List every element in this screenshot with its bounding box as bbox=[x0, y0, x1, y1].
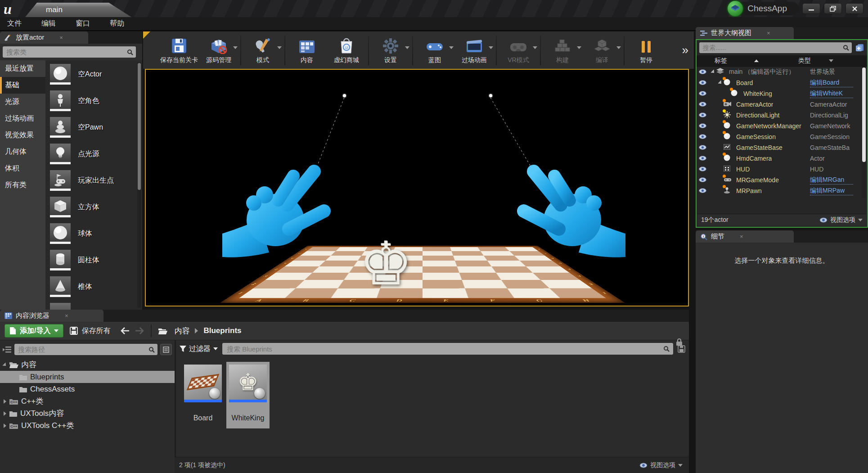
eye-icon[interactable] bbox=[697, 68, 708, 76]
breadcrumb-item[interactable]: 内容 bbox=[174, 326, 189, 336]
chevron-down-icon[interactable] bbox=[616, 46, 621, 49]
column-label[interactable]: 标签 bbox=[715, 57, 727, 65]
expand-arrow-icon[interactable] bbox=[2, 362, 7, 367]
place-category[interactable]: 光源 bbox=[0, 94, 45, 110]
back-arrow-icon[interactable] bbox=[120, 327, 130, 334]
chevron-down-icon[interactable] bbox=[233, 46, 238, 49]
save-search-icon[interactable] bbox=[678, 345, 685, 353]
place-item[interactable]: 立方体 bbox=[50, 197, 142, 217]
assets-view-options[interactable]: 视图选项 bbox=[639, 461, 683, 469]
menu-item-0[interactable]: 文件 bbox=[7, 19, 22, 28]
toolbar-blueprints-button[interactable]: 蓝图 bbox=[415, 33, 454, 68]
eye-icon[interactable] bbox=[697, 112, 708, 119]
eye-icon[interactable] bbox=[697, 90, 708, 97]
menu-item-1[interactable]: 编辑 bbox=[41, 19, 56, 28]
place-item[interactable]: 圆柱体 bbox=[50, 250, 142, 270]
asset-tile[interactable]: Board bbox=[181, 362, 225, 428]
place-search[interactable] bbox=[3, 46, 136, 58]
outliner-row[interactable]: MRPawn编辑MRPaw bbox=[697, 185, 867, 196]
type-filter-icon[interactable] bbox=[829, 59, 833, 62]
tab-content-browser[interactable]: 内容浏览器 × bbox=[0, 310, 103, 322]
outliner-row[interactable]: CameraActorCameraActor bbox=[697, 99, 867, 110]
save-all-button[interactable]: 保存所有 bbox=[70, 326, 110, 336]
close-icon[interactable]: × bbox=[65, 312, 68, 319]
tab-world-outliner[interactable]: 世界大纲视图 × bbox=[696, 27, 794, 39]
column-type[interactable]: 类型 bbox=[798, 57, 811, 65]
place-category[interactable]: 几何体 bbox=[0, 144, 45, 160]
level-tab-main[interactable]: main bbox=[25, 3, 131, 17]
toolbar-compile-button[interactable]: 编译 bbox=[582, 33, 622, 68]
eye-icon[interactable] bbox=[697, 176, 708, 184]
filters-button[interactable]: 过滤器 bbox=[180, 344, 218, 354]
chevron-down-icon[interactable] bbox=[533, 46, 537, 49]
eye-icon[interactable] bbox=[697, 166, 708, 173]
place-item[interactable]: 玩家出生点 bbox=[50, 170, 142, 191]
add-import-button[interactable]: 添加/导入 bbox=[4, 324, 63, 338]
close-icon[interactable]: × bbox=[59, 34, 63, 41]
chevron-down-icon[interactable] bbox=[449, 46, 454, 49]
toolbar-cinematics-button[interactable]: 过场动画 bbox=[454, 33, 494, 68]
outliner-row[interactable]: WhiteKing编辑WhiteK bbox=[697, 88, 867, 99]
chevron-down-icon[interactable] bbox=[489, 46, 493, 49]
edit-blueprint-link[interactable]: 编辑MRGan bbox=[810, 176, 853, 185]
eye-icon[interactable] bbox=[697, 155, 708, 162]
collapse-arrow-icon[interactable] bbox=[4, 423, 6, 428]
close-icon[interactable]: × bbox=[740, 233, 743, 240]
place-item[interactable]: 点光源 bbox=[50, 144, 142, 164]
forward-arrow-icon[interactable] bbox=[135, 327, 144, 334]
asset-search-input[interactable] bbox=[226, 345, 663, 353]
outliner-row[interactable]: main （编辑器中运行）世界场景 bbox=[697, 67, 867, 77]
restore-button[interactable] bbox=[824, 3, 842, 14]
view-list-button[interactable] bbox=[160, 344, 172, 355]
outliner-search[interactable] bbox=[699, 42, 852, 53]
close-icon[interactable]: × bbox=[767, 30, 770, 36]
chevron-down-icon[interactable] bbox=[277, 46, 282, 49]
place-item[interactable]: 空角色 bbox=[50, 90, 142, 111]
place-category[interactable]: 基础 bbox=[0, 77, 45, 94]
tab-place-actors[interactable]: 放置actor × bbox=[0, 32, 88, 44]
chevron-down-icon[interactable] bbox=[405, 46, 409, 49]
folder-tree-item[interactable]: 内容 bbox=[0, 359, 175, 371]
place-category[interactable]: 过场动画 bbox=[0, 110, 45, 127]
breadcrumb-item[interactable]: Blueprints bbox=[203, 326, 241, 335]
eye-icon[interactable] bbox=[697, 144, 708, 151]
outliner-row[interactable]: GameSessionGameSession bbox=[697, 131, 867, 142]
path-search[interactable] bbox=[14, 344, 157, 355]
place-item[interactable]: 空Actor bbox=[50, 64, 142, 85]
outliner-row[interactable]: HUDHUD bbox=[697, 164, 867, 175]
eye-icon[interactable] bbox=[697, 101, 708, 108]
chevron-down-icon[interactable] bbox=[577, 46, 581, 49]
place-item[interactable]: 椎体 bbox=[50, 276, 142, 297]
toolbar-build-button[interactable]: 构建 bbox=[543, 33, 582, 68]
toolbar-settings-button[interactable]: 设置 bbox=[371, 33, 410, 68]
toolbar-overflow-chevron[interactable]: » bbox=[682, 43, 688, 57]
collapse-arrow-icon[interactable] bbox=[4, 411, 6, 416]
place-category[interactable]: 所有类 bbox=[0, 177, 45, 194]
place-item[interactable]: 球体 bbox=[50, 223, 142, 244]
folder-tree-item[interactable]: UXTools内容 bbox=[0, 407, 175, 419]
outliner-row[interactable]: MRGameMode编辑MRGan bbox=[697, 175, 867, 185]
collapse-arrow-icon[interactable] bbox=[4, 399, 6, 404]
outliner-row[interactable]: GameStateBaseGameStateBa bbox=[697, 142, 867, 153]
place-scrollbar[interactable] bbox=[137, 62, 141, 308]
sources-toggle-icon[interactable] bbox=[3, 346, 12, 354]
asset-search[interactable] bbox=[222, 343, 673, 355]
outliner-row[interactable]: GameNetworkManagerGameNetwork bbox=[697, 121, 867, 131]
edit-blueprint-link[interactable]: 编辑MRPaw bbox=[810, 187, 853, 195]
expand-arrow-icon[interactable] bbox=[708, 68, 715, 76]
eye-icon[interactable] bbox=[697, 122, 708, 130]
outliner-search-input[interactable] bbox=[702, 44, 843, 52]
place-category[interactable]: 最近放置 bbox=[0, 60, 45, 77]
outliner-row[interactable]: DirectionalLightDirectionalLig bbox=[697, 110, 867, 121]
path-search-input[interactable] bbox=[17, 345, 148, 354]
outliner-row[interactable]: HmdCameraActor bbox=[697, 153, 867, 164]
toolbar-pause-button[interactable]: 暂停 bbox=[626, 33, 666, 68]
outliner-scrollbar[interactable] bbox=[862, 67, 866, 198]
edit-blueprint-link[interactable]: 编辑WhiteK bbox=[810, 90, 853, 98]
menu-item-2[interactable]: 窗口 bbox=[76, 19, 90, 28]
edit-blueprint-link[interactable]: 编辑Board bbox=[810, 79, 853, 87]
expand-arrow-icon[interactable] bbox=[708, 79, 722, 86]
toolbar-content-button[interactable]: 内容 bbox=[287, 33, 327, 68]
menu-item-3[interactable]: 帮助 bbox=[110, 19, 124, 28]
minimize-button[interactable] bbox=[802, 3, 820, 14]
